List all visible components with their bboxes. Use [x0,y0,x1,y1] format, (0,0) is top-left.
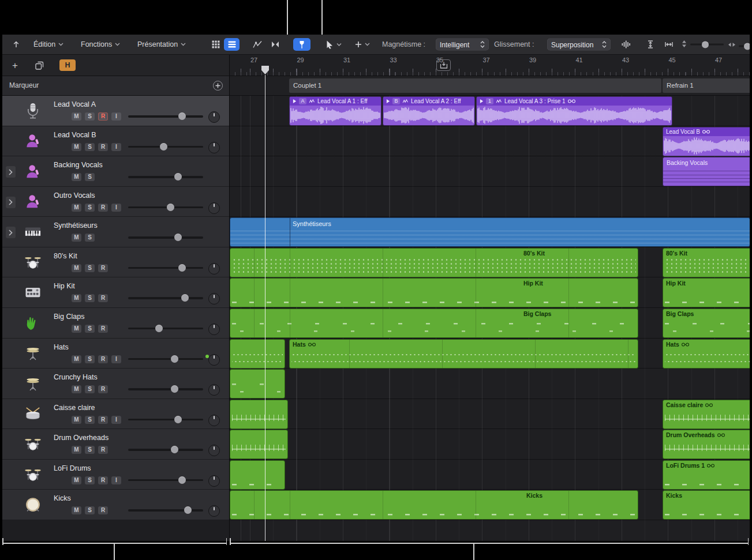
track-name[interactable]: Hip Kit [54,282,75,290]
input-button[interactable]: I [111,476,121,484]
solo-button[interactable]: S [85,143,95,151]
mute-button[interactable]: M [72,264,81,272]
marker-refrain-1[interactable]: Refrain 1 [663,78,750,93]
midi-region-big-claps[interactable]: Big Claps [663,309,750,338]
volume-knob[interactable] [171,355,178,363]
solo-button[interactable]: S [85,355,95,363]
pan-knob[interactable] [208,263,220,275]
track-header-backing-vocals[interactable]: Backing Vocals MS [2,156,229,187]
volume-slider[interactable] [128,115,203,118]
record-button[interactable]: R [98,506,108,514]
add-marker-button[interactable] [213,81,223,91]
hide-tracks-button[interactable]: H [59,59,76,71]
record-button[interactable]: R [98,385,108,393]
midi-region[interactable] [230,400,288,429]
pointer-tool-menu[interactable] [326,40,342,49]
mute-button[interactable]: M [72,506,81,514]
add-track-button[interactable]: + [8,59,22,71]
input-button[interactable]: I [111,355,121,363]
input-button[interactable]: I [111,112,121,121]
volume-knob[interactable] [184,506,192,514]
waveform-zoom-button[interactable] [618,38,634,51]
midi-region[interactable] [230,369,285,399]
solo-button[interactable]: S [85,112,95,121]
volume-knob[interactable] [178,476,186,484]
volume-slider[interactable] [128,146,203,148]
fonctions-menu[interactable]: Fonctions [81,40,120,48]
midi-region-80-s-kit[interactable]: 80's Kit [663,248,750,277]
midi-region[interactable] [230,460,285,490]
automation-button[interactable] [249,38,265,51]
track-name[interactable]: LoFi Drums [54,464,91,472]
track-name[interactable]: Crunchy Hats [54,373,98,381]
catch-playhead-button[interactable] [293,38,310,51]
disclosure-chevron[interactable] [6,227,16,238]
record-button[interactable]: R [98,446,108,454]
midi-region[interactable] [230,430,288,459]
magnetism-select[interactable]: Intelligent [436,39,489,51]
volume-knob[interactable] [181,294,189,302]
volume-knob[interactable] [171,446,178,453]
midi-region-kicks[interactable]: Kicks [230,490,638,520]
pan-knob[interactable] [208,475,220,487]
volume-slider[interactable] [128,479,203,482]
track-header-lofi-drums[interactable]: LoFi Drums MSRI [2,460,229,490]
pan-knob[interactable] [208,354,220,366]
volume-slider[interactable] [128,419,203,421]
record-button[interactable]: R [98,416,108,424]
record-button[interactable]: R [98,264,108,272]
vertical-zoom-slider[interactable] [690,44,724,46]
pan-knob[interactable] [208,445,220,456]
midi-region-80-s-kit[interactable]: 80's Kit [230,248,638,277]
track-header-drum-overheads[interactable]: Drum Overheads MSR [2,429,229,460]
solo-button[interactable]: S [85,506,95,514]
track-name[interactable]: Drum Overheads [54,434,109,442]
pan-knob[interactable] [208,111,220,123]
slider-knob[interactable] [702,41,709,48]
midi-region-hats[interactable]: Hats [289,339,638,369]
mute-button[interactable]: M [72,476,81,484]
midi-region-lofi-drums-1[interactable]: LoFi Drums 1 [663,460,750,490]
volume-knob[interactable] [174,234,182,241]
mute-button[interactable]: M [72,446,81,454]
track-header-big-claps[interactable]: Big Claps MSR [2,308,229,339]
record-button[interactable]: R [98,325,108,333]
volume-slider[interactable] [128,206,203,209]
midi-region-hats[interactable]: Hats [663,339,750,369]
mute-button[interactable]: M [72,385,81,393]
audio-region-lead-vocal-b[interactable]: Lead Vocal B [663,127,750,156]
slider-knob[interactable] [744,43,750,50]
track-name[interactable]: Kicks [54,494,71,502]
volume-slider[interactable] [128,297,203,299]
volume-slider[interactable] [128,509,203,512]
solo-button[interactable]: S [85,446,95,454]
track-header-lead-vocal-a[interactable]: Lead Vocal A MSRI [2,96,229,126]
pan-knob[interactable] [208,384,220,396]
disclosure-chevron[interactable] [6,197,16,208]
mute-button[interactable]: M [72,204,81,212]
midi-region[interactable] [230,339,285,369]
volume-knob[interactable] [174,416,182,423]
horizontal-auto-zoom-button[interactable] [661,38,676,51]
pan-knob[interactable] [208,202,220,214]
solo-button[interactable]: S [85,416,95,424]
regions-timeline[interactable]: ALead Vocal A 1 : EffBLead Vocal A 2 : E… [230,96,750,541]
volume-slider[interactable] [128,449,203,451]
solo-button[interactable]: S [85,476,95,484]
midi-region-kicks[interactable]: Kicks [663,490,750,520]
track-name[interactable]: Caisse claire [54,404,95,412]
midi-region-hip-kit[interactable]: Hip Kit [230,278,638,307]
volume-slider[interactable] [128,267,203,269]
audio-region-backing-vocals[interactable]: Backing Vocals [663,157,750,186]
bar-ruler[interactable]: 2729313335373941434547 [230,55,750,76]
record-button[interactable]: R [98,204,108,212]
solo-button[interactable]: S [85,204,95,212]
marker-track[interactable]: Couplet 1Refrain 1 [230,76,750,95]
secondary-tool-menu[interactable] [355,41,370,48]
record-button[interactable]: R [98,476,108,484]
solo-button[interactable]: S [85,173,95,181]
mute-button[interactable]: M [72,416,81,424]
pan-knob[interactable] [208,324,220,335]
track-name[interactable]: Outro Vocals [54,191,95,200]
volume-knob[interactable] [174,173,182,181]
